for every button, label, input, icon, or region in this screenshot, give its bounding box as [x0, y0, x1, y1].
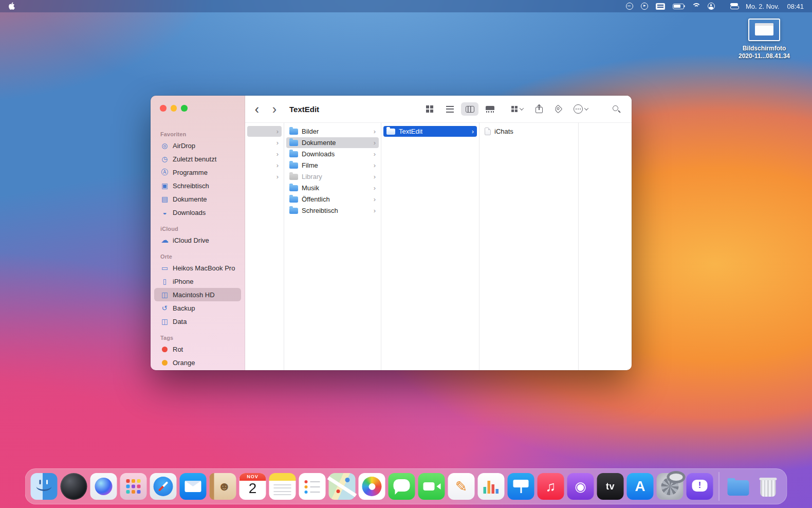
column-row-sliver[interactable]: › [247, 160, 282, 171]
dock-icon-music[interactable] [538, 473, 564, 500]
chevron-right-icon: › [472, 128, 474, 135]
dock-icon-tv[interactable] [597, 473, 624, 500]
dock-icon-downloads-folder[interactable] [725, 473, 752, 500]
status-icon-input-source[interactable] [656, 3, 665, 10]
sidebar-item-icloud-drive[interactable]: iCloud Drive [154, 233, 241, 247]
status-icon-battery[interactable] [673, 4, 684, 9]
folder-icon [289, 208, 298, 214]
dock-icon-contacts[interactable] [210, 473, 236, 500]
dock-icon-feedback[interactable] [687, 473, 713, 500]
status-icon-account[interactable] [708, 3, 715, 10]
file-icon [485, 128, 491, 135]
dock-icon-notes[interactable] [269, 473, 296, 500]
tag-button[interactable] [554, 105, 563, 114]
group-by-button[interactable] [511, 105, 523, 113]
dock-icon-separator[interactable] [719, 472, 719, 501]
dock-icon-numbers[interactable] [478, 473, 505, 500]
forward-button[interactable]: › [269, 103, 280, 116]
sidebar-item-backup[interactable]: Backup [154, 301, 241, 315]
dock-icon-calendar[interactable]: NOV 2 [239, 473, 266, 500]
column-parent-sliver[interactable]: › › › › › [245, 123, 284, 370]
close-button[interactable] [160, 105, 167, 112]
status-icon-control-center[interactable] [730, 3, 738, 9]
folder-row[interactable]: Library › [286, 171, 379, 182]
file-row[interactable]: iChats [482, 126, 576, 137]
sidebar-item-tag-rot[interactable]: Rot [154, 342, 241, 356]
column-row-sliver[interactable]: › [247, 126, 282, 137]
sidebar-item-tag-gelb[interactable]: Gelb [154, 369, 241, 370]
back-button[interactable]: ‹ [251, 103, 263, 116]
menubar-date[interactable]: Mo. 2. Nov. [746, 3, 780, 10]
dock-icon-safari[interactable] [150, 473, 177, 500]
menubar-clock[interactable]: 08:41 [787, 3, 804, 10]
dock-icon-messages[interactable] [389, 473, 415, 500]
dock-icon-facetime[interactable] [418, 473, 445, 500]
sidebar-item-iphone[interactable]: iPhone [154, 275, 241, 288]
menubar-status-area: Mo. 2. Nov. 08:41 [626, 3, 804, 10]
gallery-view-button[interactable] [481, 102, 499, 116]
sidebar-item-macintosh-hd[interactable]: Macintosh HD [154, 288, 241, 301]
folder-row[interactable]: Downloads › [286, 149, 379, 159]
icon-view-button[interactable] [421, 102, 438, 116]
dock-icon-trash[interactable] [755, 473, 782, 500]
dock: NOV 2 [25, 468, 787, 504]
sidebar-item-macbook-pro[interactable]: Heikos MacBook Pro [154, 261, 241, 275]
folder-row[interactable]: Musik › [286, 183, 379, 193]
dock-icon-mail[interactable] [180, 473, 207, 500]
search-button[interactable] [613, 105, 620, 113]
dock-icon-app-store[interactable] [627, 473, 654, 500]
folder-row[interactable]: Öffentlich › [286, 194, 379, 205]
folder-row[interactable]: Schreibtisch › [286, 205, 379, 216]
share-button[interactable] [536, 105, 543, 113]
sidebar-item-programme[interactable]: Programme [154, 166, 241, 179]
more-actions-button[interactable] [574, 104, 588, 114]
dock-icon-siri[interactable] [90, 473, 117, 500]
folder-row[interactable]: Bilder › [286, 126, 379, 137]
column-documents[interactable]: TextEdit › [381, 123, 479, 370]
sidebar-item-data[interactable]: Data [154, 315, 241, 328]
dock-icon-finder[interactable] [31, 473, 58, 500]
column-home-folders[interactable]: Bilder › Dokumente › Downloads › Filme › [284, 123, 381, 370]
dock-icon-podcasts[interactable] [567, 473, 594, 500]
sidebar-section-title: Orte [160, 253, 245, 260]
sidebar-item-dokumente[interactable]: Dokumente [154, 192, 241, 206]
sidebar-item-icon [160, 277, 170, 285]
dock-icon-launchpad[interactable] [120, 473, 147, 500]
folder-row[interactable]: TextEdit › [383, 126, 477, 137]
dock-icon-dark-circle-app[interactable] [61, 473, 87, 500]
minimize-button[interactable] [171, 105, 177, 112]
status-icon-status-circle[interactable] [626, 3, 633, 10]
dock-icon-reminders[interactable] [299, 473, 326, 500]
sidebar-item-schreibtisch[interactable]: Schreibtisch [154, 179, 241, 192]
zoom-button[interactable] [181, 105, 188, 112]
dock-icon-photos[interactable] [359, 473, 385, 500]
sidebar-item-tag-orange[interactable]: Orange [154, 356, 241, 369]
list-view-button[interactable] [441, 102, 458, 116]
sidebar-item-airdrop[interactable]: AirDrop [154, 139, 241, 152]
column-textedit-contents[interactable]: iChats [479, 123, 579, 370]
dock-icon-system-preferences[interactable] [657, 473, 684, 500]
column-row-sliver[interactable]: › [247, 171, 282, 182]
desktop-file-screenshot[interactable]: Bildschirmfoto 2020-11...08.41.34 [726, 19, 803, 60]
status-icon-wifi[interactable] [692, 3, 700, 9]
folder-row[interactable]: Dokumente › [286, 137, 379, 148]
sidebar-item-label: iPhone [173, 278, 193, 285]
sidebar-item-icon [160, 155, 170, 163]
view-switcher [421, 102, 499, 116]
dock-icon-keynote[interactable] [508, 473, 534, 500]
column-view-button[interactable] [461, 102, 478, 116]
chevron-down-icon [584, 106, 588, 110]
apple-menu-icon[interactable] [8, 2, 16, 11]
column-row-sliver[interactable]: › [247, 149, 282, 159]
dock-icon-maps[interactable] [329, 473, 356, 500]
column-row-sliver[interactable]: › [247, 137, 282, 148]
sidebar-section-icloud: iCloud iCloud Drive [151, 226, 245, 247]
folder-name: Bilder [302, 128, 319, 135]
sidebar-item-icon [160, 317, 170, 325]
finder-window: Favoriten AirDrop Zuletzt benutzt Progra… [151, 96, 632, 370]
sidebar-item-recents[interactable]: Zuletzt benutzt [154, 152, 241, 166]
sidebar-item-downloads[interactable]: Downloads [154, 206, 241, 219]
dock-icon-pages[interactable] [448, 473, 475, 500]
status-icon-play[interactable] [641, 3, 648, 10]
folder-row[interactable]: Filme › [286, 160, 379, 171]
